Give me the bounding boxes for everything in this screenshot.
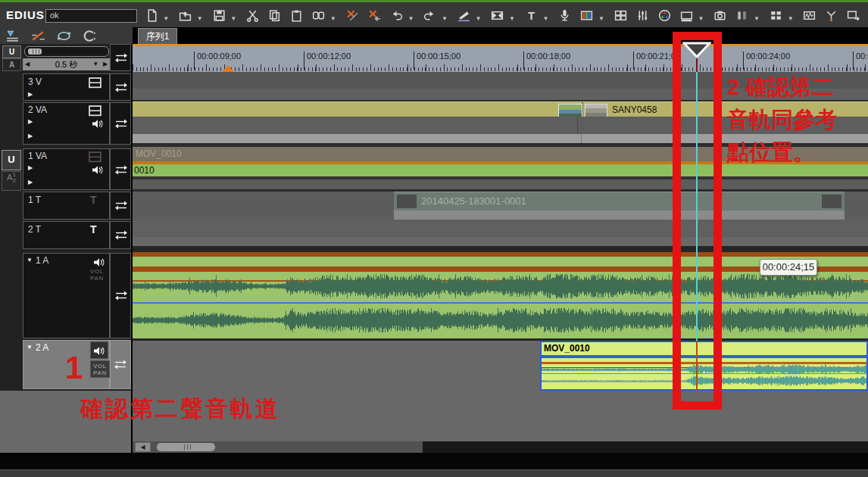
- timeline-mode-button[interactable]: [3, 27, 21, 45]
- project-name-field[interactable]: ok: [45, 9, 137, 23]
- save-project-button[interactable]: [210, 6, 228, 24]
- add-to-bin-button[interactable]: [310, 6, 328, 24]
- cut-button[interactable]: [244, 6, 262, 24]
- sync-lock-button[interactable]: [80, 27, 98, 45]
- sync-arrows-icon[interactable]: [114, 229, 129, 244]
- sync-arrows-icon[interactable]: [114, 82, 129, 96]
- open-project-dropdown-icon[interactable]: ▾: [198, 14, 202, 22]
- track-label: 1 T: [28, 195, 41, 205]
- track-header-1a[interactable]: ▼ 1 A VOL PAN: [23, 253, 110, 338]
- expander-icon[interactable]: ▶: [28, 179, 33, 186]
- undo-button[interactable]: [387, 6, 405, 24]
- set-between-dropdown-icon[interactable]: ▾: [755, 14, 759, 22]
- track-label: 1 VA: [28, 151, 47, 161]
- create-title-button[interactable]: T: [522, 6, 540, 24]
- add-transition-dropdown-icon[interactable]: ▾: [510, 14, 514, 22]
- sync-arrows-icon[interactable]: [113, 359, 128, 373]
- color-correction-button[interactable]: [655, 6, 673, 24]
- video-mute-button[interactable]: U: [2, 45, 21, 58]
- main-toolbar: ▾▾▾▾▾▾▾▾T▾▾▾▾▾: [142, 4, 866, 26]
- timeline-ruler[interactable]: 00:00:09;0000:00:12;0000:00:15;0000:00:1…: [133, 44, 868, 72]
- track-header-1va[interactable]: 1 VA ▶ ▶: [23, 148, 110, 190]
- voice-over-button[interactable]: [556, 6, 574, 24]
- title-track-icon-muted[interactable]: T: [90, 194, 97, 206]
- vol-pan-indicator[interactable]: VOL PAN: [90, 268, 104, 282]
- sync-arrows-icon[interactable]: [114, 118, 129, 132]
- copy-button[interactable]: [266, 6, 284, 24]
- zoom-slider-thumb[interactable]: [28, 48, 42, 55]
- monitor-mode-dropdown-icon[interactable]: ▾: [699, 14, 703, 22]
- lane-1va-mixer[interactable]: [133, 179, 868, 189]
- track-header-1t[interactable]: 1 T T: [23, 192, 110, 220]
- clip-title-20140425[interactable]: 20140425-183001-0001: [394, 192, 845, 210]
- save-project-dropdown-icon[interactable]: ▾: [232, 14, 236, 22]
- timeline-zoom-slider[interactable]: [24, 46, 109, 57]
- vol-pan-button[interactable]: VOL PAN: [90, 360, 110, 378]
- group-divider: [133, 246, 868, 252]
- open-project-button[interactable]: [176, 6, 195, 24]
- video-color-bars-button[interactable]: [578, 6, 596, 24]
- sync-arrows-icon[interactable]: [114, 52, 129, 67]
- speaker-button-active[interactable]: [90, 341, 108, 359]
- channel-map-letter: A: [7, 173, 12, 182]
- add-cut-point-dropdown-icon[interactable]: ▾: [476, 14, 480, 22]
- track-header-2va[interactable]: 2 VA ▶ ▶: [23, 102, 110, 145]
- sync-mute-1va-button[interactable]: U: [2, 150, 21, 170]
- expander-icon[interactable]: ▶: [28, 119, 33, 125]
- track-header-2t[interactable]: 2 T T: [23, 221, 110, 249]
- pan-rubberband-line[interactable]: [133, 302, 868, 304]
- new-project-button[interactable]: [142, 6, 161, 24]
- create-title-dropdown-icon[interactable]: ▾: [544, 14, 548, 22]
- mode-toolbar: [3, 29, 117, 43]
- add-transition-button[interactable]: [489, 6, 507, 24]
- add-cut-point-button[interactable]: [454, 6, 473, 24]
- set-between-button[interactable]: [733, 6, 751, 24]
- loop-playback-button[interactable]: [55, 27, 73, 45]
- scale-dropdown-icon[interactable]: ▾: [94, 60, 98, 67]
- track-header-3v[interactable]: 3 V ▶: [23, 73, 110, 101]
- layout-grid-button[interactable]: [611, 6, 629, 24]
- video-color-bars-dropdown-icon[interactable]: ▾: [600, 14, 604, 22]
- undo-dropdown-icon[interactable]: ▾: [409, 14, 413, 22]
- speaker-icon[interactable]: [92, 118, 104, 132]
- pan-label: PAN: [93, 369, 107, 376]
- speaker-icon: [93, 345, 105, 359]
- scale-step-right-icon[interactable]: ▶: [103, 61, 108, 67]
- title-head-block: [397, 195, 417, 208]
- speaker-icon[interactable]: [92, 164, 104, 178]
- expander-expanded-icon[interactable]: ▼: [27, 344, 33, 351]
- delete-in-out-button[interactable]: [365, 6, 383, 24]
- audio-mute-button[interactable]: A: [2, 58, 21, 71]
- time-scale-selector[interactable]: ◀ 0.5 秒 ▾ ▶: [23, 58, 110, 70]
- multicam-mode-dropdown-icon[interactable]: ▾: [788, 14, 792, 22]
- hscroll-left-button[interactable]: ◀: [135, 442, 151, 452]
- hscrollbar-thumb[interactable]: [157, 443, 215, 451]
- snapshot-button[interactable]: [711, 6, 729, 24]
- redo-dropdown-icon[interactable]: ▾: [443, 14, 447, 22]
- snap-mode-button[interactable]: [29, 27, 47, 45]
- waveform-monitor-button[interactable]: [801, 6, 819, 24]
- add-to-bin-dropdown-icon[interactable]: ▾: [332, 14, 336, 22]
- paste-button[interactable]: [288, 6, 306, 24]
- redo-button[interactable]: [421, 6, 439, 24]
- ruler-orange-marker[interactable]: [222, 65, 234, 72]
- multicam-mode-button[interactable]: [767, 6, 785, 24]
- ripple-delete-button[interactable]: [343, 6, 361, 24]
- app-logo: EDIUS: [6, 8, 45, 21]
- sync-arrows-icon[interactable]: [114, 290, 129, 304]
- video-track-icon[interactable]: [89, 77, 101, 92]
- title-track-icon[interactable]: T: [90, 223, 97, 235]
- expander-icon[interactable]: ▶: [28, 92, 33, 98]
- new-project-dropdown-icon[interactable]: ▾: [164, 14, 168, 22]
- audio-mixer-button[interactable]: [633, 6, 651, 24]
- expander-expanded-icon[interactable]: ▼: [27, 257, 33, 263]
- effects-button[interactable]: [823, 6, 841, 24]
- sync-arrows-icon[interactable]: [114, 200, 129, 214]
- export-button[interactable]: [845, 6, 863, 24]
- sync-arrows-icon[interactable]: [114, 164, 129, 179]
- expander-icon[interactable]: ▶: [28, 133, 33, 139]
- audio-channel-map-button[interactable]: A12: [2, 171, 21, 191]
- expander-icon[interactable]: ▶: [28, 165, 33, 171]
- monitor-mode-button[interactable]: [677, 6, 695, 24]
- tab-sequence-1[interactable]: 序列1: [138, 28, 177, 45]
